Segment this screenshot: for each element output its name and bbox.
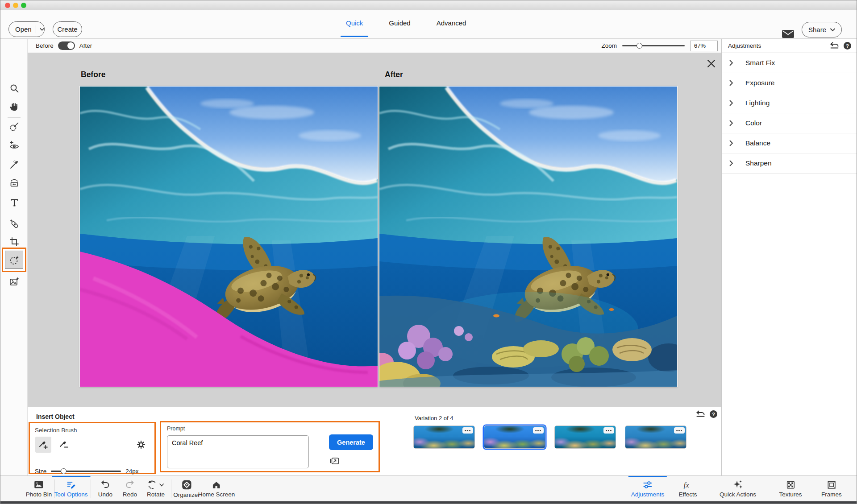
hand-tool-button[interactable] — [0, 97, 28, 116]
chevron-right-icon — [729, 80, 733, 86]
share-button[interactable]: Share — [802, 22, 842, 37]
thumbnail-more-icon[interactable]: ••• — [674, 427, 685, 434]
tab-guided[interactable]: Guided — [383, 10, 416, 39]
tab-quick[interactable]: Quick — [340, 10, 369, 39]
taskbar-frames[interactable]: Frames — [819, 476, 845, 502]
share-button-label: Share — [808, 26, 826, 33]
create-button[interactable]: Create — [53, 21, 82, 37]
ai-image-tool-button[interactable] — [0, 273, 28, 291]
insert-object-panel: Insert Object Selection Brush Size 24px … — [28, 407, 721, 475]
type-tool-button[interactable] — [0, 193, 28, 212]
adjustment-item-smart-fix[interactable]: Smart Fix — [722, 53, 857, 73]
prompt-label: Prompt — [167, 426, 185, 432]
chevron-right-icon — [729, 140, 733, 146]
header-bar: Open Create Quick Guided Advanced Share — [0, 10, 857, 39]
zoom-label: Zoom — [601, 42, 617, 49]
sliders-icon — [642, 480, 653, 490]
open-button[interactable]: Open — [8, 21, 45, 37]
adjustment-item-color[interactable]: Color — [722, 113, 857, 133]
taskbar-textures[interactable]: Textures — [776, 476, 804, 502]
taskbar: Photo Bin Tool Options Undo Redo Rotate … — [0, 475, 857, 501]
magnifier-icon — [9, 83, 20, 94]
window-titlebar — [0, 0, 857, 10]
whiten-teeth-tool-button[interactable] — [0, 155, 28, 174]
zoom-value-input[interactable] — [690, 41, 718, 51]
chevron-right-icon — [729, 60, 733, 66]
brush-subtract-button[interactable] — [56, 437, 72, 453]
chevron-right-icon — [729, 120, 733, 126]
redo-icon — [125, 480, 135, 490]
zoom-tool-button[interactable] — [0, 79, 28, 98]
taskbar-home-screen[interactable]: Home Screen — [196, 476, 238, 502]
before-after-toggle[interactable] — [58, 41, 75, 50]
photo-bin-icon — [33, 480, 44, 490]
tab-advanced[interactable]: Advanced — [430, 10, 473, 39]
after-image[interactable] — [379, 87, 677, 387]
texture-icon — [785, 480, 796, 490]
taskbar-effects[interactable]: fx Effects — [676, 476, 699, 502]
taskbar-undo[interactable]: Undo — [96, 476, 115, 502]
quick-selection-tool-button[interactable] — [0, 118, 28, 136]
taskbar-tool-options[interactable]: Tool Options — [51, 476, 90, 502]
adjustment-item-exposure[interactable]: Exposure — [722, 73, 857, 93]
generate-button[interactable]: Generate — [329, 434, 373, 450]
image-sparkle-icon — [9, 277, 20, 287]
adjustment-item-balance[interactable]: Balance — [722, 133, 857, 153]
thumbnail-more-icon[interactable]: ••• — [462, 427, 473, 434]
adjustments-panel-title: Adjustments — [728, 42, 761, 49]
close-icon[interactable] — [706, 58, 716, 68]
rotate-icon — [148, 480, 158, 490]
brush-size-slider-thumb[interactable] — [61, 468, 67, 474]
red-eye-removal-tool-button[interactable] — [0, 136, 28, 155]
variation-thumbnail-2[interactable]: ••• — [484, 426, 545, 449]
fx-icon: fx — [682, 480, 693, 490]
taskbar-quick-actions[interactable]: Quick Actions — [717, 476, 759, 502]
chevron-right-icon — [729, 100, 733, 106]
spot-healing-tool-button[interactable] — [0, 215, 28, 233]
thumbnail-more-icon[interactable]: ••• — [603, 427, 614, 434]
taskbar-rotate[interactable]: Rotate — [144, 476, 167, 502]
prompt-input[interactable]: Coral Reef — [167, 435, 309, 468]
window-bottom-edge — [0, 501, 857, 504]
expand-icon[interactable] — [330, 457, 339, 467]
reset-icon[interactable] — [829, 42, 839, 50]
organizer-icon — [181, 479, 192, 490]
taskbar-redo[interactable]: Redo — [120, 476, 140, 502]
photo-editor-window: Open Create Quick Guided Advanced Share — [0, 0, 857, 504]
zoom-slider[interactable] — [622, 45, 685, 46]
maximize-window-button[interactable] — [21, 3, 26, 8]
bandaid-sparkle-icon — [9, 219, 20, 229]
taskbar-photo-bin[interactable]: Photo Bin — [23, 476, 55, 502]
chevron-down-icon — [830, 28, 835, 32]
adjustment-item-lighting[interactable]: Lighting — [722, 93, 857, 113]
help-icon[interactable]: ? — [844, 42, 851, 50]
chevron-down-icon — [40, 28, 44, 31]
variation-thumbnail-4[interactable]: ••• — [625, 426, 686, 449]
thumbnail-more-icon[interactable]: ••• — [533, 427, 544, 434]
mode-tabs: Quick Guided Advanced — [340, 10, 472, 39]
straighten-tool-button[interactable] — [0, 174, 28, 192]
sparkles-icon — [732, 480, 743, 490]
brush-add-button[interactable] — [35, 437, 51, 453]
help-icon[interactable]: ? — [710, 410, 717, 418]
reset-icon[interactable] — [695, 410, 705, 418]
eye-plus-icon — [9, 140, 20, 151]
brush-size-slider[interactable] — [51, 471, 121, 472]
brush-settings-button[interactable] — [133, 437, 149, 453]
gear-icon — [136, 440, 146, 450]
minimize-window-button[interactable] — [13, 3, 18, 8]
before-image[interactable] — [80, 87, 378, 387]
close-window-button[interactable] — [5, 3, 10, 8]
taskbar-adjustments[interactable]: Adjustments — [628, 476, 667, 502]
create-button-label: Create — [57, 25, 77, 33]
adjustments-panel: Adjustments ? Smart Fix Exposure Lightin… — [721, 39, 857, 475]
variation-thumbnail-3[interactable]: ••• — [554, 426, 616, 449]
insert-object-tool-button[interactable] — [2, 248, 26, 272]
zoom-slider-thumb[interactable] — [637, 43, 642, 49]
adjustment-item-sharpen[interactable]: Sharpen — [722, 153, 857, 174]
straighten-icon — [9, 178, 20, 188]
hand-icon — [9, 102, 19, 112]
variation-thumbnail-1[interactable]: ••• — [413, 426, 475, 449]
after-pane-label: After — [385, 70, 403, 79]
size-label: Size — [35, 468, 46, 475]
